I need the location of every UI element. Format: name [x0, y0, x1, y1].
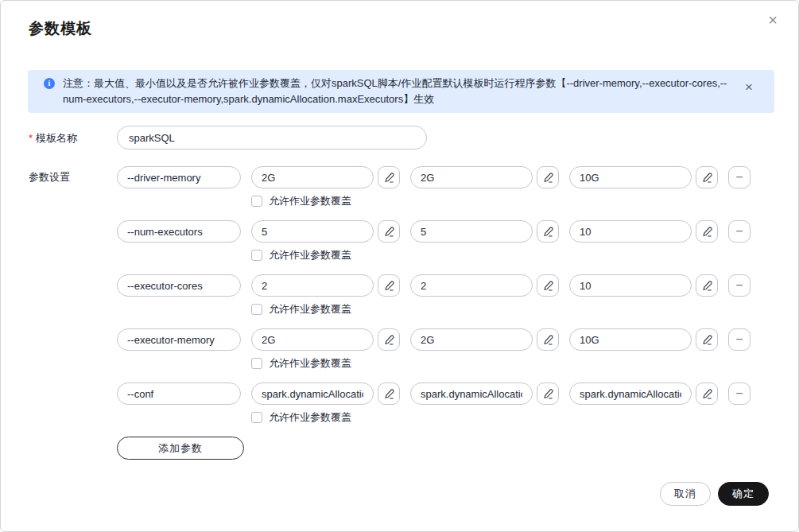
parameter-template-dialog: 参数模板 × i 注意：最大值、最小值以及是否允许被作业参数覆盖，仅对spark… — [0, 0, 799, 532]
param-rows: − 允许作业参数覆盖 — [117, 166, 773, 424]
remove-param-icon[interactable]: − — [728, 274, 751, 297]
param-row: − 允许作业参数覆盖 — [117, 220, 773, 262]
edit-icon[interactable] — [378, 220, 400, 243]
edit-icon[interactable] — [378, 328, 400, 351]
override-checkbox[interactable] — [251, 412, 262, 423]
override-label: 允许作业参数覆盖 — [269, 194, 351, 208]
override-label: 允许作业参数覆盖 — [269, 302, 351, 316]
notice-close-icon[interactable]: × — [741, 80, 757, 95]
template-name-label: *模板名称 — [29, 130, 117, 146]
pencil-icon — [383, 280, 395, 292]
close-icon[interactable]: × — [763, 10, 782, 29]
edit-icon[interactable] — [696, 274, 718, 297]
pencil-icon — [701, 388, 713, 400]
param-min-input[interactable] — [410, 274, 533, 297]
param-name-input[interactable] — [117, 220, 241, 243]
param-name-input[interactable] — [117, 274, 241, 297]
edit-icon[interactable] — [537, 166, 559, 188]
edit-icon[interactable] — [537, 274, 559, 297]
pencil-icon — [701, 280, 713, 292]
param-value-input[interactable] — [251, 166, 374, 188]
confirm-button[interactable]: 确定 — [718, 482, 769, 506]
param-min-input[interactable] — [410, 166, 533, 188]
info-icon: i — [44, 78, 55, 89]
edit-icon[interactable] — [696, 166, 718, 188]
pencil-icon — [383, 334, 395, 346]
edit-icon[interactable] — [537, 382, 559, 405]
override-checkbox[interactable] — [251, 250, 262, 261]
add-param-button[interactable]: 添加参数 — [117, 437, 244, 460]
pencil-icon — [542, 226, 554, 238]
notice-text: 注意：最大值、最小值以及是否允许被作业参数覆盖，仅对sparkSQL脚本/作业配… — [63, 76, 739, 107]
dialog-footer: 取消 确定 — [660, 482, 769, 506]
param-max-input[interactable] — [569, 274, 692, 297]
param-min-input[interactable] — [410, 220, 533, 243]
pencil-icon — [542, 280, 554, 292]
override-label: 允许作业参数覆盖 — [269, 356, 351, 371]
param-row: − 允许作业参数覆盖 — [117, 328, 773, 370]
param-max-input[interactable] — [569, 220, 692, 243]
param-name-input[interactable] — [117, 328, 241, 351]
param-max-input[interactable] — [569, 328, 692, 351]
edit-icon[interactable] — [378, 274, 400, 297]
page-title: 参数模板 — [29, 18, 92, 39]
required-mark: * — [29, 132, 33, 144]
template-name-row: *模板名称 — [29, 126, 427, 150]
remove-param-icon[interactable]: − — [728, 328, 751, 351]
pencil-icon — [701, 172, 713, 184]
override-checkbox[interactable] — [251, 358, 262, 369]
param-row: − 允许作业参数覆盖 — [117, 382, 773, 424]
param-max-input[interactable] — [569, 166, 692, 188]
template-name-input[interactable] — [117, 126, 427, 150]
pencil-icon — [701, 226, 713, 238]
param-row: − 允许作业参数覆盖 — [117, 166, 773, 208]
param-value-input[interactable] — [251, 328, 374, 351]
override-label: 允许作业参数覆盖 — [269, 248, 351, 262]
edit-icon[interactable] — [696, 382, 718, 405]
remove-param-icon[interactable]: − — [728, 166, 751, 188]
pencil-icon — [383, 226, 395, 238]
param-min-input[interactable] — [410, 328, 533, 351]
param-max-input[interactable] — [569, 382, 692, 405]
notice-banner: i 注意：最大值、最小值以及是否允许被作业参数覆盖，仅对sparkSQL脚本/作… — [28, 70, 774, 113]
pencil-icon — [542, 388, 554, 400]
param-name-input[interactable] — [117, 382, 241, 405]
edit-icon[interactable] — [696, 328, 718, 351]
remove-param-icon[interactable]: − — [728, 220, 751, 243]
params-settings-label: 参数设置 — [29, 166, 70, 188]
override-label: 允许作业参数覆盖 — [269, 410, 351, 425]
param-value-input[interactable] — [251, 220, 374, 243]
edit-icon[interactable] — [696, 220, 718, 243]
remove-param-icon[interactable]: − — [728, 382, 751, 405]
edit-icon[interactable] — [537, 328, 559, 351]
override-checkbox[interactable] — [251, 304, 262, 315]
override-checkbox[interactable] — [251, 196, 262, 207]
pencil-icon — [542, 334, 554, 346]
param-row: − 允许作业参数覆盖 — [117, 274, 773, 316]
pencil-icon — [383, 172, 395, 184]
pencil-icon — [383, 388, 395, 400]
param-min-input[interactable] — [410, 382, 533, 405]
edit-icon[interactable] — [378, 166, 400, 188]
pencil-icon — [701, 334, 713, 346]
pencil-icon — [542, 172, 554, 184]
param-name-input[interactable] — [117, 166, 241, 188]
edit-icon[interactable] — [378, 382, 400, 405]
cancel-button[interactable]: 取消 — [660, 482, 711, 506]
param-value-input[interactable] — [251, 274, 374, 297]
edit-icon[interactable] — [537, 220, 559, 243]
param-value-input[interactable] — [251, 382, 374, 405]
params-section: 参数设置 — [29, 166, 773, 460]
